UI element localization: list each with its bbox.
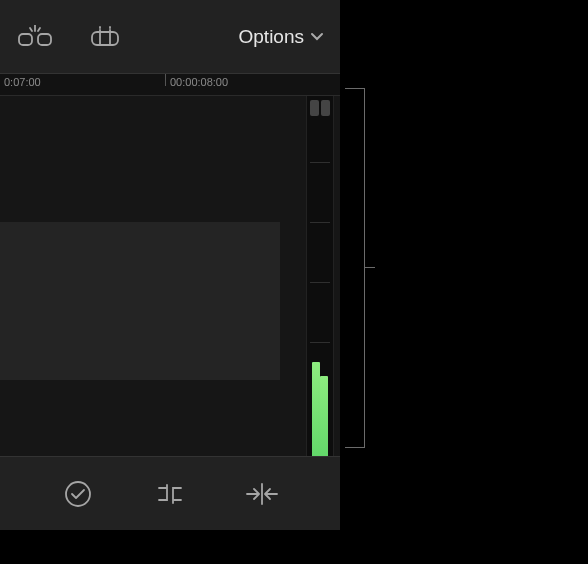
svg-point-10 [66, 482, 90, 506]
meter-peak-cap [310, 100, 330, 116]
options-label: Options [239, 26, 304, 48]
app-panel: Options 0:07:00 00:00:08:00 [0, 0, 340, 530]
top-toolbar: Options [0, 0, 340, 74]
approve-check-icon[interactable] [60, 476, 96, 512]
clip-track[interactable] [0, 222, 280, 380]
timeline-ruler[interactable]: 0:07:00 00:00:08:00 [0, 74, 340, 96]
ruler-tick: 00:00:08:00 [170, 76, 228, 88]
callout-bracket [345, 88, 365, 448]
svg-rect-4 [38, 34, 51, 45]
svg-line-2 [38, 28, 40, 31]
svg-line-1 [30, 28, 32, 31]
collapse-arrows-icon[interactable] [244, 476, 280, 512]
chevron-down-icon [310, 32, 324, 42]
timeline-body[interactable] [0, 96, 340, 456]
bottom-toolbar [0, 456, 340, 530]
split-clip-icon[interactable] [152, 476, 188, 512]
svg-rect-7 [92, 32, 118, 45]
meter-bar-right [320, 376, 328, 456]
svg-rect-3 [19, 34, 32, 45]
meter-track [311, 122, 329, 456]
callout-line [365, 267, 375, 268]
connect-clips-icon[interactable] [16, 23, 54, 51]
audio-meter [306, 96, 334, 456]
ruler-mark [165, 74, 166, 86]
trim-mode-icon[interactable] [86, 23, 124, 51]
meter-bar-left [312, 362, 320, 456]
options-dropdown[interactable]: Options [239, 26, 324, 48]
ruler-tick: 0:07:00 [4, 76, 41, 88]
